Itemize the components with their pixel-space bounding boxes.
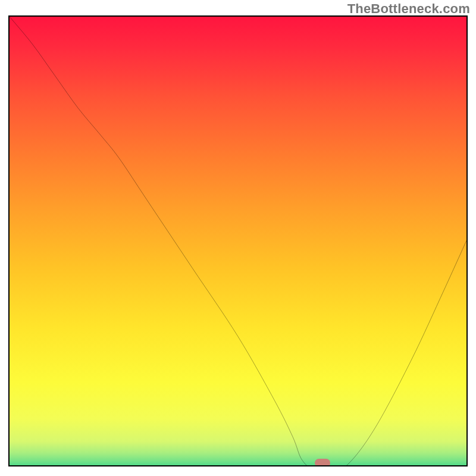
optimal-point-marker <box>315 459 330 466</box>
bottleneck-curve <box>10 17 466 466</box>
chart-frame <box>8 15 468 466</box>
watermark-text: TheBottleneck.com <box>347 1 470 17</box>
